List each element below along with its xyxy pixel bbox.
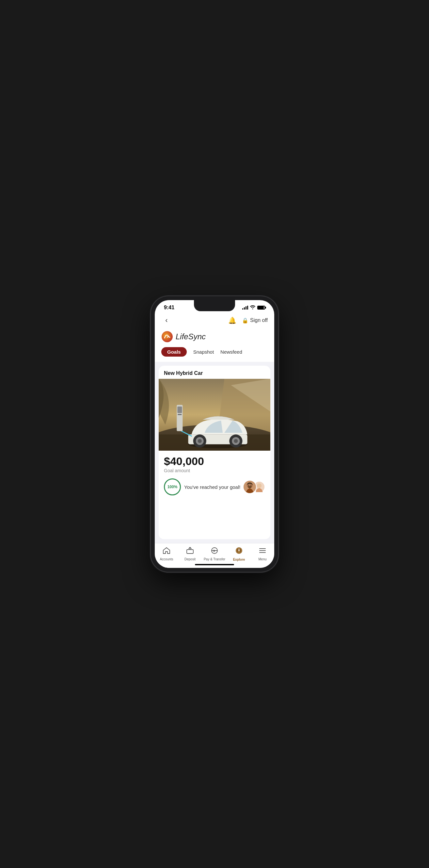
progress-circle: 100% <box>164 478 181 495</box>
goal-avatars <box>243 480 265 494</box>
svg-point-0 <box>162 331 173 342</box>
home-indicator <box>195 564 234 565</box>
menu-icon <box>258 547 267 556</box>
tabs: Goals Snapshot Newsfeed <box>155 347 274 362</box>
goal-card-title: New Hybrid Car <box>159 366 270 379</box>
goal-card: New Hybrid Car <box>159 366 270 539</box>
goal-info: $40,000 Goal amount <box>159 451 270 476</box>
goal-amount-label: Goal amount <box>164 468 265 473</box>
nav-explore[interactable]: Explore <box>229 547 249 561</box>
pay-transfer-icon: $ <box>211 547 218 556</box>
svg-rect-15 <box>177 407 182 413</box>
header: ‹ 🔔 🔒 Sign off <box>155 312 274 330</box>
phone-screen: 9:41 <box>155 300 274 568</box>
progress-percent: 100% <box>167 485 178 489</box>
notch <box>194 300 235 311</box>
svg-point-13 <box>234 439 238 443</box>
nav-explore-label: Explore <box>233 558 245 561</box>
status-icons <box>242 305 265 310</box>
back-button[interactable]: ‹ <box>161 315 172 326</box>
wifi-icon <box>250 305 255 310</box>
svg-rect-23 <box>187 550 193 554</box>
signal-icon <box>242 306 248 310</box>
svg-point-10 <box>198 439 202 443</box>
nav-pay-transfer-label: Pay & Transfer <box>204 557 225 561</box>
status-time: 9:41 <box>164 305 174 311</box>
explore-icon <box>235 547 243 556</box>
progress-message: You've reached your goal! <box>184 484 240 490</box>
svg-point-22 <box>257 484 262 488</box>
battery-icon <box>257 306 265 310</box>
tab-snapshot[interactable]: Snapshot <box>193 349 214 354</box>
goal-footer: 100% You've reached your goal! <box>159 476 270 501</box>
nav-accounts[interactable]: Accounts <box>157 547 176 561</box>
goal-amount: $40,000 <box>164 455 265 467</box>
svg-text:$: $ <box>213 549 215 553</box>
nav-deposit[interactable]: Deposit <box>180 547 200 561</box>
back-arrow-icon: ‹ <box>165 316 167 324</box>
tab-goals[interactable]: Goals <box>161 347 187 356</box>
svg-point-32 <box>239 550 240 551</box>
notification-button[interactable]: 🔔 <box>227 315 237 326</box>
goal-progress: 100% You've reached your goal! <box>164 478 240 495</box>
svg-rect-16 <box>178 414 182 415</box>
brand-area: LifeSync <box>155 330 274 347</box>
bell-icon: 🔔 <box>228 316 236 324</box>
content-area: New Hybrid Car <box>155 362 274 543</box>
nav-menu[interactable]: Menu <box>253 547 272 561</box>
svg-point-20 <box>250 485 251 486</box>
svg-point-19 <box>248 485 249 486</box>
tab-newsfeed[interactable]: Newsfeed <box>220 349 242 354</box>
nav-accounts-label: Accounts <box>160 557 173 561</box>
avatar-face <box>244 481 256 493</box>
phone-frame: 9:41 <box>151 296 278 572</box>
lock-icon: 🔒 <box>242 317 248 323</box>
brand-name: LifeSync <box>176 332 206 341</box>
goal-image <box>159 379 270 451</box>
deposit-icon <box>186 547 194 556</box>
home-icon <box>162 547 171 556</box>
nav-menu-label: Menu <box>258 557 267 561</box>
signoff-button[interactable]: 🔒 Sign off <box>242 317 268 323</box>
header-right: 🔔 🔒 Sign off <box>227 315 268 326</box>
signoff-label: Sign off <box>250 317 268 323</box>
brand-logo-icon <box>161 331 173 343</box>
car-scene-svg <box>159 379 270 451</box>
nav-deposit-label: Deposit <box>184 557 195 561</box>
nav-pay-transfer[interactable]: $ Pay & Transfer <box>204 547 225 561</box>
